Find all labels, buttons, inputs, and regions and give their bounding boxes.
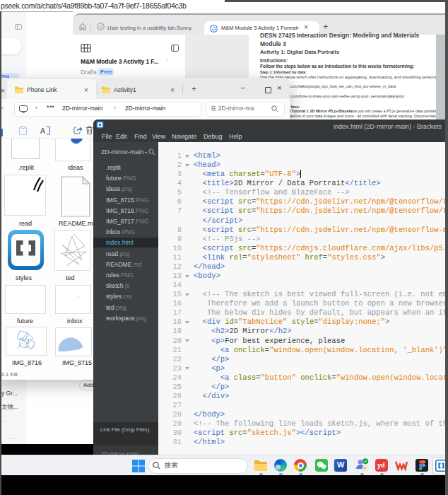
svg-text:A: A — [40, 127, 45, 135]
